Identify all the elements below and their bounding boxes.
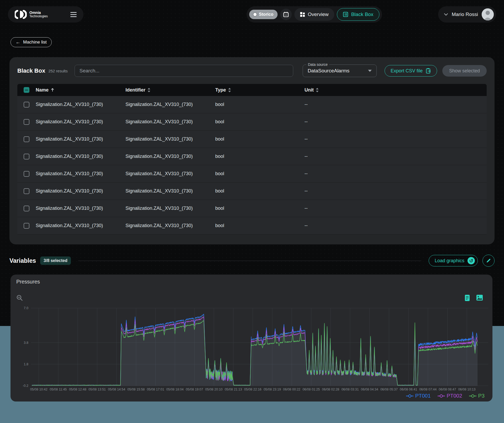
row-checkbox[interactable] <box>24 136 29 142</box>
row-checkbox[interactable] <box>24 102 29 108</box>
cell-name: Signalization.ZAL_XV310_(730) <box>36 206 125 211</box>
avatar <box>482 8 494 20</box>
svg-text:3.8: 3.8 <box>24 341 28 345</box>
panel-controls: Black Box 252 results Data source DataSo… <box>17 65 487 77</box>
svg-text:05/08 12:48: 05/08 12:48 <box>69 388 86 391</box>
overview-grid-icon <box>300 12 305 17</box>
divider <box>78 261 421 261</box>
cell-unit: -- <box>304 136 487 142</box>
chart-title: Pressures <box>16 279 40 285</box>
sort-icon <box>228 88 231 92</box>
chevron-down-icon <box>444 13 448 16</box>
cell-unit: -- <box>304 171 487 176</box>
legend-item-pt002[interactable]: PT002 <box>438 393 462 399</box>
legend-item-pt001[interactable]: PT001 <box>406 393 431 399</box>
svg-text:06/08 00:22: 06/08 00:22 <box>283 388 300 391</box>
cell-identifier: Signalization.ZAL_XV310_(730) <box>125 102 215 107</box>
row-checkbox[interactable] <box>24 223 29 229</box>
cell-identifier: Signalization.ZAL_XV310_(730) <box>125 136 215 142</box>
svg-text:06/08 10:13: 06/08 10:13 <box>458 388 475 391</box>
search-input[interactable] <box>75 65 293 77</box>
data-source-label: Data source <box>306 62 329 67</box>
variables-title: Variables <box>9 257 36 264</box>
cell-identifier: Signalization.ZAL_XV310_(730) <box>125 223 215 228</box>
cell-name: Signalization.ZAL_XV310_(730) <box>36 188 125 194</box>
zoom-out-icon[interactable] <box>16 295 23 302</box>
caret-down-icon <box>368 70 372 72</box>
load-graphics-button[interactable]: Load graphics ↺ <box>429 255 478 266</box>
legend-label: P3 <box>478 393 485 399</box>
pressure-line-chart[interactable]: 05/08 10:4205/08 11:4505/08 12:4805/08 1… <box>10 275 492 401</box>
sort-icon <box>316 88 319 92</box>
brand-subname: Technologies <box>29 14 48 18</box>
center-navigation: Storico Overview <box>246 6 382 23</box>
select-all-checkbox[interactable] <box>24 87 29 93</box>
storico-dot-icon <box>253 13 256 16</box>
svg-text:05/08 15:58: 05/08 15:58 <box>127 388 145 391</box>
storico-toggle[interactable]: Storico <box>249 10 277 19</box>
row-checkbox[interactable] <box>24 188 29 194</box>
cell-name: Signalization.ZAL_XV310_(730) <box>36 154 125 159</box>
export-image-icon[interactable] <box>476 295 483 302</box>
sort-icon <box>148 88 150 92</box>
cell-unit: -- <box>304 154 487 159</box>
legend-marker-icon <box>469 394 476 398</box>
brand-logo: Omnia Technologies <box>15 10 48 19</box>
pressures-chart-panel: 05/08 10:4205/08 11:4505/08 12:4805/08 1… <box>10 275 492 401</box>
export-data-file-icon[interactable] <box>464 295 470 302</box>
tab-black-box[interactable]: Black Box <box>337 8 379 21</box>
row-checkbox[interactable] <box>24 154 29 159</box>
cell-type: bool <box>215 102 304 107</box>
show-selected-button[interactable]: Show selected <box>442 65 487 77</box>
column-header-name[interactable]: Name <box>36 87 125 93</box>
svg-text:05/08 14:54: 05/08 14:54 <box>108 388 125 391</box>
table-row[interactable]: Signalization.ZAL_XV310_(730)Signalizati… <box>17 200 487 217</box>
cell-identifier: Signalization.ZAL_XV310_(730) <box>125 119 215 125</box>
row-checkbox[interactable] <box>24 119 29 125</box>
brand-pill: Omnia Technologies <box>8 6 83 23</box>
page-title: Black Box <box>17 67 45 74</box>
column-header-identifier[interactable]: Identifier <box>125 87 215 93</box>
cell-identifier: Signalization.ZAL_XV310_(730) <box>125 188 215 194</box>
cell-identifier: Signalization.ZAL_XV310_(730) <box>125 171 215 176</box>
svg-text:06/08 06:41: 06/08 06:41 <box>400 388 417 391</box>
table-row[interactable]: Signalization.ZAL_XV310_(730)Signalizati… <box>17 217 487 234</box>
table-row[interactable]: Signalization.ZAL_XV310_(730)Signalizati… <box>17 113 487 131</box>
edit-button[interactable] <box>482 255 495 267</box>
menu-icon[interactable] <box>70 12 77 17</box>
svg-text:05/08 13:51: 05/08 13:51 <box>88 388 106 391</box>
calendar-button[interactable] <box>280 9 292 20</box>
table-row[interactable]: Signalization.ZAL_XV310_(730)Signalizati… <box>17 165 487 183</box>
table-row[interactable]: Signalization.ZAL_XV310_(730)Signalizati… <box>17 96 487 113</box>
svg-text:05/08 19:07: 05/08 19:07 <box>186 388 203 391</box>
data-source-select[interactable]: Data source DataSourceAlarms <box>303 65 377 77</box>
sort-ascending-icon <box>51 88 54 92</box>
table-row[interactable]: Signalization.ZAL_XV310_(730)Signalizati… <box>17 148 487 165</box>
svg-text:05/08 17:01: 05/08 17:01 <box>147 388 164 391</box>
table-body: Signalization.ZAL_XV310_(730)Signalizati… <box>17 96 487 234</box>
machine-list-back-button[interactable]: ← Machine list <box>10 37 52 47</box>
calendar-icon <box>283 12 289 17</box>
export-csv-button[interactable]: Export CSV file <box>385 65 437 77</box>
cell-name: Signalization.ZAL_XV310_(730) <box>36 223 125 228</box>
legend-label: PT002 <box>447 393 462 399</box>
svg-text:06/08 02:28: 06/08 02:28 <box>322 388 339 391</box>
column-header-type[interactable]: Type <box>215 87 304 93</box>
svg-text:05/08 22:16: 05/08 22:16 <box>244 388 261 391</box>
black-box-label: Black Box <box>351 12 373 17</box>
cell-unit: -- <box>304 188 487 194</box>
cell-unit: -- <box>304 223 487 228</box>
column-header-unit[interactable]: Unit <box>304 87 487 93</box>
cell-name: Signalization.ZAL_XV310_(730) <box>36 171 125 176</box>
user-menu[interactable]: Mario Rossi <box>438 6 496 23</box>
table-row[interactable]: Signalization.ZAL_XV310_(730)Signalizati… <box>17 131 487 148</box>
row-checkbox[interactable] <box>24 206 29 211</box>
svg-text:06/08 05:37: 06/08 05:37 <box>380 388 398 391</box>
tab-overview[interactable]: Overview <box>294 8 334 21</box>
row-checkbox[interactable] <box>24 171 29 177</box>
brand-name: Omnia <box>29 11 48 14</box>
legend-item-p3[interactable]: P3 <box>469 393 485 399</box>
arrow-left-icon: ← <box>15 39 20 45</box>
svg-text:05/08 23:19: 05/08 23:19 <box>264 388 281 391</box>
table-row[interactable]: Signalization.ZAL_XV310_(730)Signalizati… <box>17 183 487 200</box>
